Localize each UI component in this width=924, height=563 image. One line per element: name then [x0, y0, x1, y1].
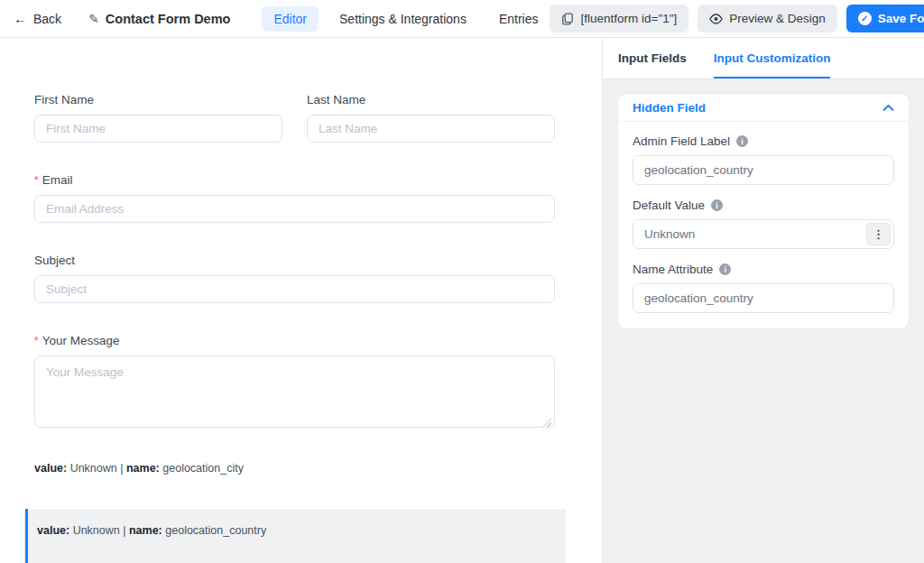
your-message-textarea[interactable] [34, 355, 555, 428]
hidden-field-panel: Hidden Field Admin Field Label i [617, 93, 910, 329]
hidden-field-geolocation-country[interactable]: value: Unknown | name: geolocation_count… [25, 509, 566, 563]
sidebar-tabs: Input Fields Input Customization [603, 38, 924, 79]
sidebar: Input Fields Input Customization Hidden … [602, 38, 924, 563]
tab-entries[interactable]: Entries [487, 6, 550, 32]
name-attribute-group: Name Attribute i [633, 263, 894, 313]
eye-icon [709, 14, 723, 24]
info-icon[interactable]: i [711, 199, 723, 211]
shortcode-button[interactable]: [fluentform id="1"] [550, 5, 688, 32]
subject-input[interactable] [34, 275, 555, 303]
hidden-field-panel-body: Admin Field Label i Default Value i [618, 122, 909, 328]
hidden-field-panel-header[interactable]: Hidden Field [618, 94, 909, 122]
back-button[interactable]: ← Back [0, 0, 75, 37]
form-canvas: First Name Last Name *Email [0, 38, 602, 563]
default-value-menu-button[interactable]: ⋮ [866, 223, 891, 245]
edit-pencil-icon: ✎ [88, 12, 99, 26]
back-label: Back [33, 12, 61, 26]
name-attribute-input[interactable] [633, 283, 894, 313]
form-title[interactable]: ✎ Contact Form Demo [75, 0, 244, 37]
name-attribute-label: Name Attribute i [633, 263, 894, 276]
field-first-name[interactable]: First Name [34, 93, 282, 143]
back-arrow-icon: ← [14, 12, 27, 25]
default-value-input[interactable] [633, 219, 894, 249]
field-subject[interactable]: Subject [34, 254, 555, 303]
save-form-label: Save Form [878, 12, 924, 25]
preview-design-button[interactable]: Preview & Design [698, 5, 837, 32]
tab-input-customization[interactable]: Input Customization [714, 38, 831, 78]
topbar: ← Back ✎ Contact Form Demo Editor Settin… [0, 0, 924, 38]
admin-field-label-group: Admin Field Label i [633, 134, 894, 185]
field-last-name[interactable]: Last Name [307, 93, 555, 143]
panel-title: Hidden Field [633, 101, 706, 115]
last-name-input[interactable] [307, 115, 555, 143]
email-label: *Email [34, 173, 555, 187]
first-name-input[interactable] [34, 115, 282, 143]
first-name-label: First Name [34, 93, 282, 106]
info-icon[interactable]: i [719, 263, 731, 275]
resize-handle-icon[interactable] [543, 419, 551, 427]
tab-editor[interactable]: Editor [262, 6, 319, 32]
tab-settings-integrations[interactable]: Settings & Integrations [328, 6, 478, 32]
admin-field-label: Admin Field Label i [633, 134, 894, 148]
default-value-group: Default Value i ⋮ [633, 198, 894, 249]
admin-field-label-input[interactable] [633, 155, 894, 185]
topbar-actions: [fluentform id="1"] Preview & Design ✓ S… [550, 5, 924, 32]
your-message-label: *Your Message [34, 334, 555, 347]
form-title-label: Contact Form Demo [106, 12, 231, 26]
field-your-message[interactable]: *Your Message [34, 334, 555, 431]
tab-input-fields[interactable]: Input Fields [618, 38, 687, 78]
check-circle-icon: ✓ [858, 12, 872, 25]
email-input[interactable] [34, 195, 555, 223]
chevron-up-icon[interactable] [882, 104, 894, 112]
required-asterisk: * [34, 335, 39, 347]
form-fields: First Name Last Name *Email [34, 93, 555, 563]
shortcode-label: [fluentform id="1"] [580, 12, 677, 25]
subject-label: Subject [34, 254, 555, 267]
required-asterisk: * [34, 174, 39, 187]
default-value-label: Default Value i [633, 198, 894, 212]
last-name-label: Last Name [307, 93, 555, 106]
main-area: First Name Last Name *Email [0, 38, 924, 563]
preview-design-label: Preview & Design [729, 12, 826, 25]
topbar-tabs: Editor Settings & Integrations Entries [262, 6, 550, 32]
save-form-button[interactable]: ✓ Save Form [846, 5, 924, 32]
hidden-field-geolocation-city[interactable]: value: Unknown | name: geolocation_city [34, 462, 555, 475]
field-email[interactable]: *Email [34, 173, 555, 223]
app-window: ← Back ✎ Contact Form Demo Editor Settin… [0, 0, 924, 563]
copy-icon [561, 13, 574, 25]
info-icon[interactable]: i [736, 135, 748, 147]
